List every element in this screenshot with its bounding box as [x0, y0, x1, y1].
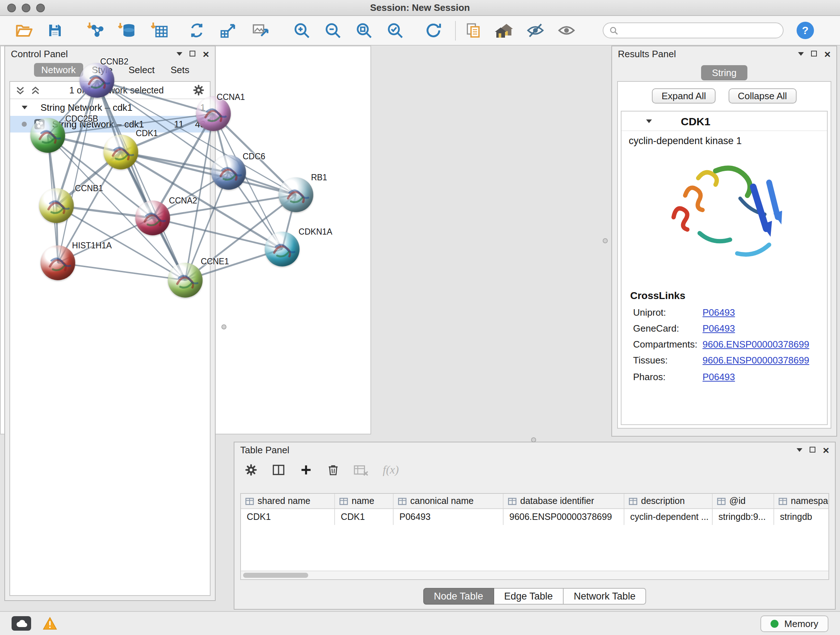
tab-edge-table[interactable]: Edge Table [494, 588, 564, 605]
panel-menu-icon[interactable] [797, 448, 802, 451]
protein-ribbon-icon [265, 232, 300, 266]
close-panel-icon[interactable]: × [823, 444, 829, 455]
splitter-handle[interactable] [221, 325, 226, 329]
collapse-all-button[interactable]: Collapse All [729, 88, 797, 103]
splitter-handle[interactable] [531, 437, 536, 442]
splitter-handle[interactable] [603, 238, 608, 243]
table-panel-title: Table Panel [240, 444, 289, 455]
column-header-database-identifier[interactable]: database identifier [504, 494, 624, 508]
cloud-button[interactable] [11, 616, 31, 631]
node-label-cdk1: CDK1 [136, 129, 158, 138]
delete-column-icon[interactable] [327, 463, 339, 477]
crosslink-link[interactable]: 9606.ENSP00000378699 [703, 338, 809, 352]
protein-ribbon-icon [80, 63, 114, 98]
node-ccnb1[interactable] [39, 188, 74, 223]
cloud-icon [16, 619, 27, 627]
float-panel-icon[interactable] [811, 51, 817, 57]
node-ccna2[interactable] [135, 201, 170, 235]
node-ccna1[interactable] [196, 96, 231, 131]
network-edge[interactable] [58, 80, 97, 263]
clear-table-icon [354, 464, 368, 476]
table-header-row: shared name name canonical name database… [241, 494, 829, 509]
node-label-ccna2: CCNA2 [169, 196, 197, 205]
gene-description: cyclin-dependent kinase 1 [622, 131, 827, 146]
node-ccne1[interactable] [168, 263, 202, 298]
node-label-ccna1: CCNA1 [217, 93, 245, 101]
network-edge[interactable] [58, 263, 185, 280]
table-cell[interactable]: 9606.ENSP00000378699 [504, 509, 624, 525]
protein-ribbon-icon [135, 201, 170, 235]
table-cell[interactable]: stringdb [774, 509, 829, 525]
float-panel-icon[interactable] [810, 447, 815, 453]
column-header-description[interactable]: description [624, 494, 713, 508]
protein-ribbon-icon [168, 263, 202, 298]
crosslink-link[interactable]: P06493 [703, 306, 735, 320]
node-hist1h1a[interactable] [41, 245, 75, 280]
table-settings-gear-icon[interactable] [245, 463, 257, 477]
node-cdc25b[interactable] [30, 118, 65, 153]
status-bar: Memory [0, 611, 840, 635]
protein-ribbon-icon [279, 177, 313, 212]
scrollbar-thumb[interactable] [243, 573, 308, 578]
node-table: shared name name canonical name database… [240, 493, 829, 580]
node-cdk1[interactable] [103, 135, 138, 169]
node-label-ccnb1: CCNB1 [75, 184, 103, 193]
memory-button[interactable]: Memory [760, 615, 829, 632]
crosslink-link[interactable]: P06493 [703, 370, 735, 384]
column-header-canonical-name[interactable]: canonical name [393, 494, 504, 508]
node-ccnb2[interactable] [80, 63, 114, 98]
column-icon [398, 497, 407, 505]
network-edge[interactable] [97, 80, 185, 280]
panel-menu-icon[interactable] [798, 52, 804, 55]
function-builder-icon: f(x) [383, 463, 399, 477]
node-label-rb1: RB1 [311, 173, 327, 182]
crosslink-link[interactable]: 9606.ENSP00000378699 [703, 354, 809, 368]
memory-label: Memory [784, 618, 818, 629]
tab-node-table[interactable]: Node Table [423, 588, 494, 605]
close-panel-icon[interactable]: × [824, 48, 831, 59]
results-panel-title: Results Panel [618, 48, 676, 59]
protein-ribbon-icon [196, 96, 231, 131]
protein-ribbon-icon [41, 245, 75, 280]
column-header-namespace[interactable]: namespac [774, 494, 829, 508]
crosslink-label: GeneCard: [633, 321, 703, 336]
show-columns-icon[interactable] [272, 463, 285, 477]
table-cell[interactable]: CDK1 [335, 509, 393, 525]
tab-network-table[interactable]: Network Table [564, 588, 646, 605]
expand-all-button[interactable]: Expand All [652, 88, 715, 103]
table-tabs: Node Table Edge Table Network Table [234, 588, 835, 605]
column-header-name[interactable]: name [335, 494, 393, 508]
horizontal-scrollbar[interactable] [241, 570, 829, 579]
crosslink-label: Pharos: [633, 370, 703, 384]
crosslink-link[interactable]: P06493 [703, 321, 735, 336]
table-row[interactable]: CDK1 CDK1 P06493 9606.ENSP00000378699 cy… [241, 509, 829, 525]
warning-icon[interactable] [43, 617, 57, 630]
string-results-tab[interactable]: String [701, 65, 747, 80]
node-cdc6[interactable] [211, 155, 246, 190]
column-header-shared-name[interactable]: shared name [241, 494, 335, 508]
table-cell[interactable]: P06493 [393, 509, 504, 525]
table-cell[interactable]: CDK1 [241, 509, 335, 525]
protein-structure-image [653, 148, 795, 282]
node-label-cdc25b: CDC25B [65, 114, 98, 123]
column-header-id[interactable]: @id [713, 494, 774, 508]
collapse-section-icon[interactable] [646, 119, 652, 123]
gene-title: CDK1 [681, 115, 711, 127]
network-edge[interactable] [153, 218, 282, 249]
crosslink-row: Pharos: P06493 [633, 370, 827, 384]
table-cell[interactable]: stringdb:9... [713, 509, 774, 525]
application-window: Session: New Session [0, 0, 840, 635]
gene-section: CDK1 cyclin-dependent kinase 1 [621, 111, 828, 425]
node-cdkn1a[interactable] [265, 232, 300, 266]
node-rb1[interactable] [279, 177, 313, 212]
column-icon [508, 497, 516, 505]
table-cell[interactable]: cyclin-dependent ... [624, 509, 713, 525]
node-label-ccnb2: CCNB2 [100, 57, 128, 66]
protein-ribbon-icon [103, 135, 138, 169]
crosslink-label: Compartments: [633, 338, 703, 352]
column-icon [778, 497, 787, 505]
add-column-icon[interactable] [300, 463, 313, 477]
crosslink-row: Uniprot: P06493 [633, 306, 827, 320]
node-label-cdc6: CDC6 [243, 152, 265, 161]
crosslinks-title: CrossLinks [630, 290, 827, 301]
